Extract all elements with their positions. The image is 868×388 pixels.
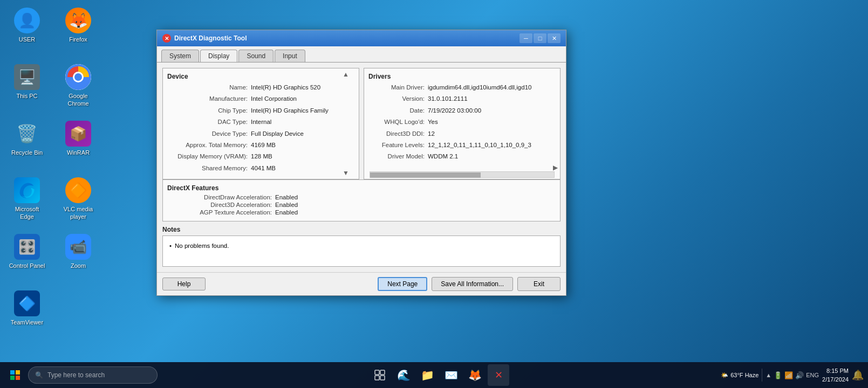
d3d-ddi-label: Direct3D DDI: xyxy=(368,129,428,138)
svg-rect-4 xyxy=(16,370,20,375)
device-mfr-value: Intel Corporation xyxy=(251,94,297,103)
dac-type-row: DAC Type: Internal xyxy=(167,117,354,127)
desktop-icon-edge[interactable]: Microsoft Edge xyxy=(5,175,49,229)
driver-version-row: Version: 31.0.101.2111 xyxy=(368,94,556,103)
vram-row: Display Memory (VRAM): 128 MB xyxy=(167,151,354,161)
horizontal-scrollbar[interactable] xyxy=(370,171,555,178)
desktop-icon-chrome[interactable]: Google Chrome xyxy=(57,62,100,116)
save-all-button[interactable]: Save All Information... xyxy=(432,277,513,291)
desktop-icon-firefox[interactable]: 🦊 Firefox xyxy=(57,5,100,59)
notification-icon[interactable]: 🔔 xyxy=(852,369,864,381)
agp-row: AGP Texture Acceleration: Enabled xyxy=(167,209,556,216)
desktop-icon-recycle[interactable]: 🗑️ Recycle Bin xyxy=(5,119,49,172)
total-mem-label: Approx. Total Memory: xyxy=(167,140,251,150)
svg-rect-10 xyxy=(380,376,385,380)
desktop-icon-winrar[interactable]: 📦 WinRAR xyxy=(57,119,100,172)
start-button[interactable] xyxy=(4,364,26,386)
total-mem-row: Approx. Total Memory: 4169 MB xyxy=(167,140,354,150)
agp-label: AGP Texture Acceleration: xyxy=(167,209,275,216)
tray-divider xyxy=(762,369,762,382)
taskbar-edge-app[interactable]: 🌊 xyxy=(393,364,414,386)
battery-icon: 🔋 xyxy=(774,371,782,379)
chip-type-value: Intel(R) HD Graphics Family xyxy=(251,106,329,115)
device-name-value: Intel(R) HD Graphics 520 xyxy=(251,82,320,92)
drivers-section-title: Drivers xyxy=(368,73,556,80)
scroll-up-indicator: ▲ xyxy=(343,71,349,78)
device-type-value: Full Display Device xyxy=(251,129,304,138)
driver-date-value: 7/19/2022 03:00:00 xyxy=(428,106,481,115)
exit-button[interactable]: Exit xyxy=(517,277,561,291)
taskbar-mail-app[interactable]: ✉️ xyxy=(440,364,462,386)
desktop-icon-control-panel[interactable]: 🎛️ Control Panel xyxy=(5,232,49,286)
d3d-accel-label: Direct3D Acceleration: xyxy=(167,202,275,208)
notes-content: • No problems found. xyxy=(167,240,556,262)
tab-sound[interactable]: Sound xyxy=(238,50,274,62)
maximize-button[interactable]: □ xyxy=(534,33,546,43)
close-button[interactable]: ✕ xyxy=(548,33,561,43)
next-page-button[interactable]: Next Page xyxy=(378,277,427,291)
directdraw-label: DirectDraw Acceleration: xyxy=(167,194,275,200)
tab-system[interactable]: System xyxy=(161,50,199,62)
whql-row: WHQL Logo'd: Yes xyxy=(368,117,556,127)
directdraw-value: Enabled xyxy=(275,194,298,200)
volume-icon[interactable]: 🔊 xyxy=(795,371,804,379)
note-item: • No problems found. xyxy=(169,242,553,249)
whql-value: Yes xyxy=(428,117,438,127)
device-mfr-row: Manufacturer: Intel Corporation xyxy=(167,94,354,103)
chip-type-row: Chip Type: Intel(R) HD Graphics Family xyxy=(167,106,354,115)
dac-type-label: DAC Type: xyxy=(167,117,251,127)
shared-mem-value: 4041 MB xyxy=(251,163,276,173)
taskbar-files-app[interactable]: 📁 xyxy=(416,364,438,386)
features-title: DirectX Features xyxy=(167,184,556,192)
desktop-icon-zoom[interactable]: 📹 Zoom xyxy=(57,232,100,286)
taskbar-search[interactable]: 🔍 Type here to search xyxy=(28,366,158,384)
desktop-icon-user[interactable]: 👤 USER xyxy=(5,5,49,59)
main-driver-label: Main Driver: xyxy=(368,82,428,92)
taskbar-app-icons: 🌊 📁 ✉️ 🦊 ✕ xyxy=(160,364,719,386)
desktop-icon-vlc[interactable]: 🔶 VLC media player xyxy=(57,175,100,229)
total-mem-value: 4169 MB xyxy=(251,140,276,150)
footer-right-buttons: Next Page Save All Information... Exit xyxy=(378,277,561,291)
weather-text: 63°F Haze xyxy=(730,372,758,378)
taskbar-directx-app[interactable]: ✕ xyxy=(488,364,509,386)
drivers-section: Drivers Main Driver: igdumdim64.dll,igd1… xyxy=(364,68,561,179)
svg-rect-6 xyxy=(16,376,20,380)
desktop: 👤 USER 🦊 Firefox 🖥️ This PC Google Chro xyxy=(0,0,868,388)
weather-icon: 🌤️ xyxy=(721,372,728,379)
taskbar-clock[interactable]: 8:15 PM 2/17/2024 xyxy=(822,366,849,384)
driver-model-label: Driver Model: xyxy=(368,151,428,161)
tab-input[interactable]: Input xyxy=(275,50,305,62)
d3d-accel-value: Enabled xyxy=(275,202,298,208)
dialog-title: ✕ DirectX Diagnostic Tool xyxy=(162,34,247,43)
search-icon: 🔍 xyxy=(35,371,43,379)
taskbar-weather: 🌤️ 63°F Haze xyxy=(721,372,758,379)
notes-section: • No problems found. xyxy=(162,235,561,267)
driver-model-value: WDDM 2.1 xyxy=(428,151,458,161)
vram-value: 128 MB xyxy=(251,151,272,161)
note-text: No problems found. xyxy=(175,242,229,249)
driver-date-label: Date: xyxy=(368,106,428,115)
desktop-icon-thispc[interactable]: 🖥️ This PC xyxy=(5,62,49,116)
taskbar-firefox-app[interactable]: 🦊 xyxy=(464,364,486,386)
driver-date-row: Date: 7/19/2022 03:00:00 xyxy=(368,106,556,115)
shared-mem-row: Shared Memory: 4041 MB xyxy=(167,163,354,173)
language-indicator[interactable]: ENG xyxy=(806,372,819,378)
dialog-footer: Help Next Page Save All Information... E… xyxy=(157,272,566,295)
chevron-up-icon[interactable]: ▲ xyxy=(766,372,771,378)
dialog-titlebar: ✕ DirectX Diagnostic Tool ─ □ ✕ xyxy=(157,30,566,46)
tab-display[interactable]: Display xyxy=(200,50,237,62)
feature-levels-value: 12_1,12_0,11_1,11_0,10_1,10_0,9_3 xyxy=(428,140,531,150)
dialog-app-icon: ✕ xyxy=(162,34,171,43)
device-name-row: Name: Intel(R) HD Graphics 520 xyxy=(167,82,354,92)
driver-model-row: Driver Model: WDDM 2.1 xyxy=(368,151,556,161)
minimize-button[interactable]: ─ xyxy=(520,33,532,43)
svg-rect-3 xyxy=(10,370,15,375)
main-driver-value: igdumdim64.dll,igd10iumd64.dll,igd10 xyxy=(428,82,531,92)
taskbar-task-view[interactable] xyxy=(369,364,391,386)
device-type-row: Device Type: Full Display Device xyxy=(167,129,354,138)
desktop-icon-teamviewer[interactable]: 🔷 TeamViewer xyxy=(5,288,49,342)
d3d-ddi-value: 12 xyxy=(428,129,435,138)
scroll-down-indicator: ▼ xyxy=(343,169,349,177)
tray-icons: ▲ 🔋 📶 🔊 ENG xyxy=(766,371,819,379)
help-button[interactable]: Help xyxy=(162,278,206,290)
